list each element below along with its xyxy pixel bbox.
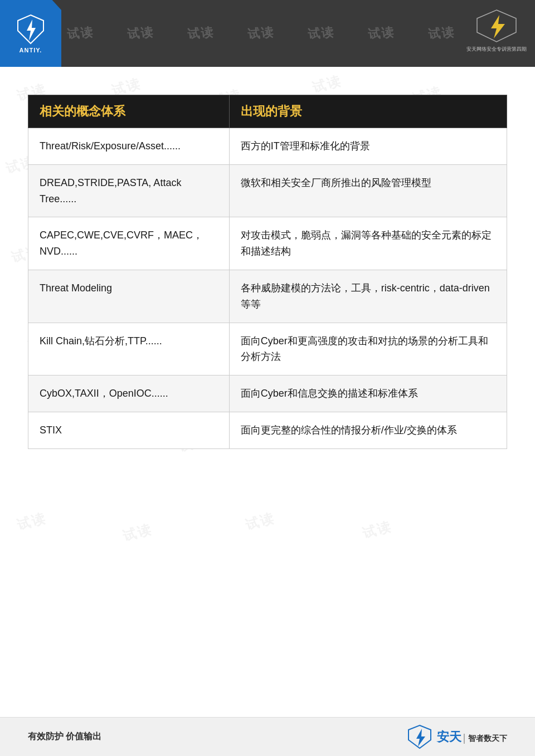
table-row: Kill Chain,钻石分析,TTP......面向Cyber和更高强度的攻击… [28,323,507,375]
table-cell-left-4: Kill Chain,钻石分析,TTP...... [28,323,230,375]
antiy-logo-icon [17,14,45,45]
col1-header: 相关的概念体系 [28,95,230,128]
bwm-26: 试读 [244,509,277,534]
table-cell-right-2: 对攻击模式，脆弱点，漏洞等各种基础的安全元素的标定和描述结构 [229,217,507,270]
table-row: CAPEC,CWE,CVE,CVRF，MAEC，NVD......对攻击模式，脆… [28,217,507,270]
footer-brand-antiy: 安天 [437,729,461,745]
table-row: DREAD,STRIDE,PASTA, Attack Tree......微软和… [28,164,507,217]
footer-brand-name-area: 安天 智者数天下 [437,729,507,745]
table-cell-left-5: CybOX,TAXII，OpenIOC...... [28,375,230,412]
table-cell-left-3: Threat Modeling [28,270,230,323]
svg-marker-1 [27,19,36,41]
watermark-2: 试读 [127,24,154,43]
bwm-27: 试读 [361,518,394,543]
main-content: 相关的概念体系 出现的背景 Threat/Risk/Exposure/Asset… [0,67,535,471]
header-brand: 安天网络安全专训营第四期 [466,6,527,53]
brand-sub-text: 安天网络安全专训营第四期 [466,46,527,53]
header-watermark-row: 试读 试读 试读 试读 试读 试读 试读 [0,0,535,67]
bwm-25: 试读 [121,520,154,545]
table-cell-left-2: CAPEC,CWE,CVE,CVRF，MAEC，NVD...... [28,217,230,270]
table-cell-left-1: DREAD,STRIDE,PASTA, Attack Tree...... [28,164,230,217]
table-cell-right-0: 西方的IT管理和标准化的背景 [229,128,507,165]
footer-brand-sub: 智者数天下 [464,734,507,744]
footer-brand-icon [407,724,432,749]
header-watermark-container: 试读 试读 试读 试读 试读 试读 试读 [0,0,535,67]
svg-marker-5 [416,729,425,747]
concept-table: 相关的概念体系 出现的背景 Threat/Risk/Exposure/Asset… [28,95,507,449]
col2-header: 出现的背景 [229,95,507,128]
footer-brand-area: 安天 智者数天下 [407,724,507,749]
logo-text: ANTIY. [20,47,42,53]
svg-marker-3 [491,15,505,38]
footer: 有效防护 价值输出 安天 智者数天下 [0,717,535,756]
table-cell-left-6: STIX [28,412,230,448]
watermark-6: 试读 [367,24,395,43]
table-cell-right-3: 各种威胁建模的方法论，工具，risk-centric，data-driven等等 [229,270,507,323]
table-row: Threat Modeling各种威胁建模的方法论，工具，risk-centri… [28,270,507,323]
table-cell-right-5: 面向Cyber和信息交换的描述和标准体系 [229,375,507,412]
watermark-5: 试读 [307,24,335,43]
bwm-24: 试读 [15,509,48,534]
table-cell-right-6: 面向更完整的综合性的情报分析/作业/交换的体系 [229,412,507,448]
table-cell-right-1: 微软和相关安全厂商所推出的风险管理模型 [229,164,507,217]
table-cell-right-4: 面向Cyber和更高强度的攻击和对抗的场景的分析工具和分析方法 [229,323,507,375]
table-cell-left-0: Threat/Risk/Exposure/Asset...... [28,128,230,165]
table-row: CybOX,TAXII，OpenIOC......面向Cyber和信息交换的描述… [28,375,507,412]
watermark-3: 试读 [187,24,215,43]
header: ANTIY. 试读 试读 试读 试读 试读 试读 试读 安天网络安全专训营第四期 [0,0,535,67]
brand-logo [471,6,522,45]
watermark-7: 试读 [427,24,455,43]
table-row: STIX面向更完整的综合性的情报分析/作业/交换的体系 [28,412,507,448]
brand-logo-icon [471,7,522,43]
logo-box: ANTIY. [0,0,61,67]
table-row: Threat/Risk/Exposure/Asset......西方的IT管理和… [28,128,507,165]
footer-left-text: 有效防护 价值输出 [28,731,101,743]
watermark-1: 试读 [66,24,94,43]
watermark-4: 试读 [247,24,275,43]
